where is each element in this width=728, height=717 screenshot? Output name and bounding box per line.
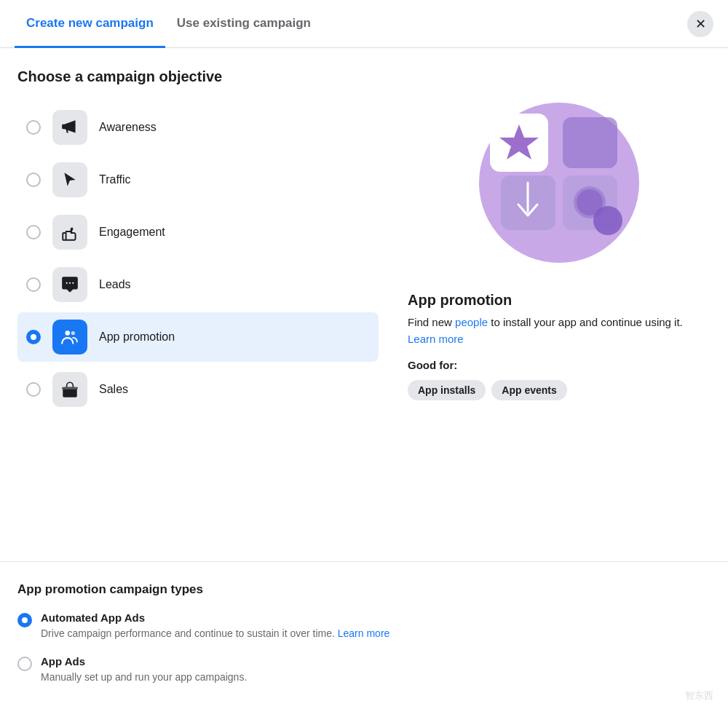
sales-icon-box	[52, 372, 87, 407]
app-promo-illustration	[479, 103, 639, 263]
app-ads-label: App Ads	[41, 655, 247, 668]
main-content: Choose a campaign objective Awareness	[0, 48, 728, 561]
radio-app-promotion[interactable]	[26, 330, 41, 344]
tab-use-existing[interactable]: Use existing campaign	[165, 1, 323, 48]
preview-panel: App promotion Find new people to install…	[396, 103, 711, 417]
radio-leads[interactable]	[26, 277, 41, 292]
traffic-icon-box	[52, 162, 87, 197]
tag-pills: App installs App events	[408, 380, 711, 400]
campaign-types-section: App promotion campaign types Automated A…	[0, 561, 728, 717]
tab-create-new[interactable]: Create new campaign	[15, 1, 165, 48]
thumbsup-icon	[60, 223, 79, 242]
watermark: 智东西	[685, 689, 713, 702]
svg-point-2	[72, 282, 74, 284]
objective-engagement[interactable]: Engagement	[17, 207, 379, 257]
close-button[interactable]: ✕	[687, 11, 713, 37]
radio-app-ads[interactable]	[17, 657, 32, 671]
megaphone-icon	[60, 118, 79, 137]
svg-point-1	[69, 282, 71, 284]
tag-app-events: App events	[491, 380, 566, 400]
automated-text: Automated App Ads Drive campaign perform…	[41, 611, 389, 641]
svg-point-0	[66, 282, 68, 284]
good-for-label: Good for:	[408, 359, 711, 371]
app-promotion-icon-box	[52, 320, 87, 354]
engagement-icon-box	[52, 215, 87, 250]
promo-people-link[interactable]: people	[455, 316, 488, 328]
promo-desc-start: Find new	[408, 316, 455, 328]
radio-awareness[interactable]	[26, 120, 41, 135]
leads-label: Leads	[99, 278, 131, 291]
campaign-modal: Create new campaign Use existing campaig…	[0, 0, 728, 717]
chat-icon	[60, 275, 79, 294]
learn-more-link[interactable]: Learn more	[408, 333, 464, 345]
radio-engagement[interactable]	[26, 225, 41, 239]
radio-sales[interactable]	[26, 382, 41, 397]
svg-point-12	[593, 206, 622, 235]
radio-traffic[interactable]	[26, 173, 41, 187]
objective-app-promotion[interactable]: App promotion	[17, 312, 379, 362]
tag-app-installs: App installs	[408, 380, 486, 400]
app-ads-desc: Manually set up and run your app campaig…	[41, 670, 247, 685]
automated-label: Automated App Ads	[41, 611, 389, 624]
promo-title: App promotion	[408, 292, 711, 309]
svg-point-4	[71, 331, 75, 335]
promo-desc-end: to install your app and continue using i…	[488, 316, 683, 328]
campaign-types-title: App promotion campaign types	[17, 582, 711, 597]
svg-point-3	[66, 330, 71, 336]
campaign-type-automated[interactable]: Automated App Ads Drive campaign perform…	[17, 611, 711, 641]
tab-header: Create new campaign Use existing campaig…	[0, 0, 728, 48]
promo-description: Find new people to install your app and …	[408, 314, 711, 347]
bag-icon	[60, 380, 79, 399]
svg-rect-11	[563, 117, 617, 168]
illustration-svg	[486, 110, 632, 255]
content-columns: Awareness Traffic	[17, 103, 711, 417]
svg-rect-6	[62, 387, 78, 389]
people-icon	[60, 328, 79, 346]
objective-awareness[interactable]: Awareness	[17, 103, 379, 152]
campaign-type-app-ads[interactable]: App Ads Manually set up and run your app…	[17, 655, 711, 685]
app-promotion-label: App promotion	[99, 330, 175, 344]
automated-desc: Drive campaign performance and continue …	[41, 627, 389, 641]
leads-icon-box	[52, 267, 87, 302]
traffic-label: Traffic	[99, 173, 131, 186]
cursor-icon	[60, 170, 79, 189]
section-title: Choose a campaign objective	[17, 68, 711, 85]
sales-label: Sales	[99, 383, 128, 396]
radio-automated[interactable]	[17, 613, 32, 627]
awareness-label: Awareness	[99, 121, 157, 134]
engagement-label: Engagement	[99, 226, 165, 239]
awareness-icon-box	[52, 110, 87, 145]
automated-learn-more[interactable]: Learn more	[338, 627, 390, 639]
objective-sales[interactable]: Sales	[17, 365, 379, 414]
automated-desc-start: Drive campaign performance and continue …	[41, 627, 338, 639]
objective-leads[interactable]: Leads	[17, 260, 379, 309]
objective-traffic[interactable]: Traffic	[17, 155, 379, 205]
objectives-list: Awareness Traffic	[17, 103, 379, 417]
app-ads-text: App Ads Manually set up and run your app…	[41, 655, 247, 685]
